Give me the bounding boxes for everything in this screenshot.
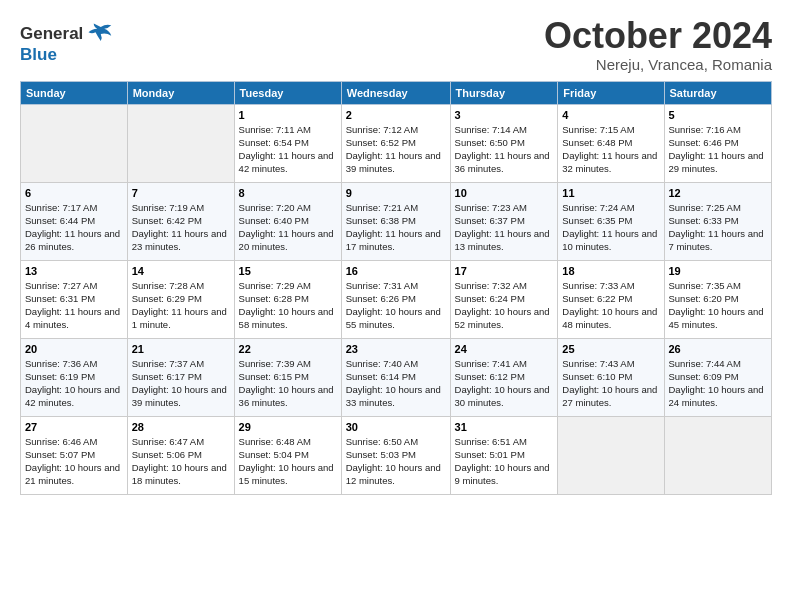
day-number: 11 [562, 187, 659, 199]
day-number: 3 [455, 109, 554, 121]
calendar-cell: 4Sunrise: 7:15 AM Sunset: 6:48 PM Daylig… [558, 104, 664, 182]
day-info: Sunrise: 7:40 AM Sunset: 6:14 PM Dayligh… [346, 357, 446, 410]
day-info: Sunrise: 7:15 AM Sunset: 6:48 PM Dayligh… [562, 123, 659, 176]
day-number: 23 [346, 343, 446, 355]
day-number: 24 [455, 343, 554, 355]
calendar-cell: 24Sunrise: 7:41 AM Sunset: 6:12 PM Dayli… [450, 338, 558, 416]
weekday-header-tuesday: Tuesday [234, 81, 341, 104]
day-number: 18 [562, 265, 659, 277]
day-info: Sunrise: 7:37 AM Sunset: 6:17 PM Dayligh… [132, 357, 230, 410]
calendar-cell: 29Sunrise: 6:48 AM Sunset: 5:04 PM Dayli… [234, 416, 341, 494]
logo-bird-icon [85, 20, 113, 48]
calendar-cell: 18Sunrise: 7:33 AM Sunset: 6:22 PM Dayli… [558, 260, 664, 338]
day-info: Sunrise: 7:11 AM Sunset: 6:54 PM Dayligh… [239, 123, 337, 176]
day-info: Sunrise: 6:51 AM Sunset: 5:01 PM Dayligh… [455, 435, 554, 488]
day-number: 8 [239, 187, 337, 199]
calendar-cell: 6Sunrise: 7:17 AM Sunset: 6:44 PM Daylig… [21, 182, 128, 260]
day-number: 21 [132, 343, 230, 355]
day-number: 30 [346, 421, 446, 433]
logo-blue: Blue [20, 46, 113, 63]
calendar-cell [558, 416, 664, 494]
calendar-cell: 19Sunrise: 7:35 AM Sunset: 6:20 PM Dayli… [664, 260, 772, 338]
day-number: 14 [132, 265, 230, 277]
calendar-cell: 17Sunrise: 7:32 AM Sunset: 6:24 PM Dayli… [450, 260, 558, 338]
day-number: 20 [25, 343, 123, 355]
day-info: Sunrise: 7:44 AM Sunset: 6:09 PM Dayligh… [669, 357, 768, 410]
day-number: 29 [239, 421, 337, 433]
day-number: 12 [669, 187, 768, 199]
calendar-cell: 1Sunrise: 7:11 AM Sunset: 6:54 PM Daylig… [234, 104, 341, 182]
calendar-cell: 26Sunrise: 7:44 AM Sunset: 6:09 PM Dayli… [664, 338, 772, 416]
calendar-cell: 13Sunrise: 7:27 AM Sunset: 6:31 PM Dayli… [21, 260, 128, 338]
logo: General Blue [20, 20, 113, 63]
calendar-cell: 25Sunrise: 7:43 AM Sunset: 6:10 PM Dayli… [558, 338, 664, 416]
day-info: Sunrise: 6:48 AM Sunset: 5:04 PM Dayligh… [239, 435, 337, 488]
day-number: 6 [25, 187, 123, 199]
calendar-cell: 10Sunrise: 7:23 AM Sunset: 6:37 PM Dayli… [450, 182, 558, 260]
day-info: Sunrise: 7:36 AM Sunset: 6:19 PM Dayligh… [25, 357, 123, 410]
day-info: Sunrise: 7:39 AM Sunset: 6:15 PM Dayligh… [239, 357, 337, 410]
calendar-cell: 3Sunrise: 7:14 AM Sunset: 6:50 PM Daylig… [450, 104, 558, 182]
calendar-cell: 7Sunrise: 7:19 AM Sunset: 6:42 PM Daylig… [127, 182, 234, 260]
calendar-cell [664, 416, 772, 494]
calendar-cell: 28Sunrise: 6:47 AM Sunset: 5:06 PM Dayli… [127, 416, 234, 494]
day-number: 4 [562, 109, 659, 121]
calendar-cell: 16Sunrise: 7:31 AM Sunset: 6:26 PM Dayli… [341, 260, 450, 338]
calendar-cell [21, 104, 128, 182]
day-info: Sunrise: 7:17 AM Sunset: 6:44 PM Dayligh… [25, 201, 123, 254]
day-info: Sunrise: 7:41 AM Sunset: 6:12 PM Dayligh… [455, 357, 554, 410]
day-info: Sunrise: 7:16 AM Sunset: 6:46 PM Dayligh… [669, 123, 768, 176]
day-info: Sunrise: 7:20 AM Sunset: 6:40 PM Dayligh… [239, 201, 337, 254]
day-number: 25 [562, 343, 659, 355]
calendar-cell: 14Sunrise: 7:28 AM Sunset: 6:29 PM Dayli… [127, 260, 234, 338]
day-info: Sunrise: 7:23 AM Sunset: 6:37 PM Dayligh… [455, 201, 554, 254]
day-number: 16 [346, 265, 446, 277]
calendar-cell: 30Sunrise: 6:50 AM Sunset: 5:03 PM Dayli… [341, 416, 450, 494]
day-info: Sunrise: 7:32 AM Sunset: 6:24 PM Dayligh… [455, 279, 554, 332]
weekday-header-sunday: Sunday [21, 81, 128, 104]
day-info: Sunrise: 7:28 AM Sunset: 6:29 PM Dayligh… [132, 279, 230, 332]
location: Nereju, Vrancea, Romania [544, 56, 772, 73]
day-number: 1 [239, 109, 337, 121]
day-info: Sunrise: 7:35 AM Sunset: 6:20 PM Dayligh… [669, 279, 768, 332]
calendar-cell: 9Sunrise: 7:21 AM Sunset: 6:38 PM Daylig… [341, 182, 450, 260]
day-info: Sunrise: 7:19 AM Sunset: 6:42 PM Dayligh… [132, 201, 230, 254]
day-number: 31 [455, 421, 554, 433]
day-number: 17 [455, 265, 554, 277]
weekday-header-thursday: Thursday [450, 81, 558, 104]
day-info: Sunrise: 7:24 AM Sunset: 6:35 PM Dayligh… [562, 201, 659, 254]
day-number: 13 [25, 265, 123, 277]
weekday-header-monday: Monday [127, 81, 234, 104]
day-number: 5 [669, 109, 768, 121]
calendar-cell: 23Sunrise: 7:40 AM Sunset: 6:14 PM Dayli… [341, 338, 450, 416]
day-number: 7 [132, 187, 230, 199]
day-number: 28 [132, 421, 230, 433]
month-title: October 2024 [544, 16, 772, 56]
day-info: Sunrise: 7:43 AM Sunset: 6:10 PM Dayligh… [562, 357, 659, 410]
day-number: 15 [239, 265, 337, 277]
weekday-header-friday: Friday [558, 81, 664, 104]
day-number: 9 [346, 187, 446, 199]
calendar-cell: 20Sunrise: 7:36 AM Sunset: 6:19 PM Dayli… [21, 338, 128, 416]
calendar-cell: 11Sunrise: 7:24 AM Sunset: 6:35 PM Dayli… [558, 182, 664, 260]
calendar-cell: 12Sunrise: 7:25 AM Sunset: 6:33 PM Dayli… [664, 182, 772, 260]
weekday-header-wednesday: Wednesday [341, 81, 450, 104]
day-number: 27 [25, 421, 123, 433]
day-info: Sunrise: 7:14 AM Sunset: 6:50 PM Dayligh… [455, 123, 554, 176]
weekday-header-saturday: Saturday [664, 81, 772, 104]
calendar-cell: 27Sunrise: 6:46 AM Sunset: 5:07 PM Dayli… [21, 416, 128, 494]
day-info: Sunrise: 6:47 AM Sunset: 5:06 PM Dayligh… [132, 435, 230, 488]
calendar-cell: 21Sunrise: 7:37 AM Sunset: 6:17 PM Dayli… [127, 338, 234, 416]
calendar-cell: 15Sunrise: 7:29 AM Sunset: 6:28 PM Dayli… [234, 260, 341, 338]
day-info: Sunrise: 6:50 AM Sunset: 5:03 PM Dayligh… [346, 435, 446, 488]
calendar-cell [127, 104, 234, 182]
day-number: 19 [669, 265, 768, 277]
day-info: Sunrise: 6:46 AM Sunset: 5:07 PM Dayligh… [25, 435, 123, 488]
logo-general: General [20, 24, 83, 43]
day-info: Sunrise: 7:31 AM Sunset: 6:26 PM Dayligh… [346, 279, 446, 332]
day-info: Sunrise: 7:12 AM Sunset: 6:52 PM Dayligh… [346, 123, 446, 176]
day-info: Sunrise: 7:33 AM Sunset: 6:22 PM Dayligh… [562, 279, 659, 332]
calendar-table: SundayMondayTuesdayWednesdayThursdayFrid… [20, 81, 772, 495]
calendar-cell: 8Sunrise: 7:20 AM Sunset: 6:40 PM Daylig… [234, 182, 341, 260]
day-number: 22 [239, 343, 337, 355]
